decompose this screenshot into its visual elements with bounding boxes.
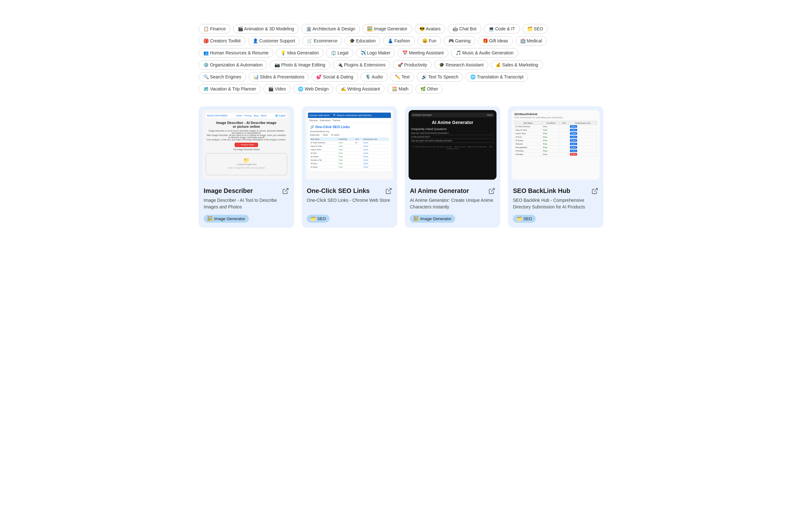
- tag-fashion[interactable]: 👗 Fashion: [383, 36, 415, 45]
- card-title: One-Click SEO Links: [307, 187, 370, 194]
- card-title: SEO BackLink Hub: [513, 187, 570, 194]
- tag-plugins-&-extensions[interactable]: 🔌 Plugins & Extensions: [333, 60, 390, 70]
- tag-idea-generation[interactable]: 💡 Idea Generation: [276, 48, 324, 58]
- card-title-row: AI Anime Generator: [410, 187, 495, 194]
- card-description: SEO Backlink Hub - Comprehensive Directo…: [513, 197, 598, 210]
- card-body: SEO BackLink Hub SEO Backlink Hub - Comp…: [508, 184, 604, 228]
- tag-education[interactable]: 🎓 Education: [345, 36, 380, 45]
- tag-human-resources-&-resume[interactable]: 👥 Human Resources & Resume: [198, 48, 273, 58]
- tags-section: 📋 Finance🎬 Animation & 3D Modeling🏛️ Arc…: [198, 24, 604, 94]
- tag-architecture-&-design[interactable]: 🏛️ Architecture & Design: [301, 24, 360, 34]
- tag-web-design[interactable]: 🌐 Web Design: [293, 84, 333, 94]
- page-container: 📋 Finance🎬 Animation & 3D Modeling🏛️ Arc…: [192, 0, 610, 240]
- svg-line-3: [594, 188, 597, 191]
- card-tag-label: Image Generator: [420, 216, 451, 221]
- tag-sales-&-marketing[interactable]: 💰 Sales & Marketing: [491, 60, 543, 70]
- tag-meeting-assistant[interactable]: 📅 Meeting Assistant: [398, 48, 448, 58]
- tag-math[interactable]: 🧮 Math: [387, 84, 413, 94]
- card-body: AI Anime Generator AI Anime Generator: C…: [405, 184, 500, 228]
- tag-search-engines[interactable]: 🔍 Search Engines: [198, 72, 246, 82]
- tag-ecommerce[interactable]: 🛒 Ecommerce: [302, 36, 342, 45]
- tag-finance[interactable]: 📋 Finance: [198, 24, 231, 34]
- tags-row-4: 🔍 Search Engines📊 Slides & Presentations…: [198, 72, 604, 82]
- tag-text[interactable]: ✏️ Text: [390, 72, 414, 82]
- tags-row-0: 📋 Finance🎬 Animation & 3D Modeling🏛️ Arc…: [198, 24, 604, 34]
- tag-image-generator[interactable]: 🖼️ Image Generator: [362, 24, 412, 34]
- card-tag-emoji: 🗂️: [310, 216, 316, 221]
- card-tag-emoji: 🖼️: [414, 216, 419, 221]
- tag-legal[interactable]: ⚖️ Legal: [326, 48, 353, 58]
- card-screenshot-wrapper: SEOBacklinkHubA list of directories for …: [512, 110, 599, 180]
- tag-other[interactable]: 🌿 Other: [416, 84, 443, 94]
- tag-code-&-it[interactable]: 💻 Code & IT: [484, 24, 520, 34]
- tag-video[interactable]: 🎬 Video: [264, 84, 291, 94]
- card-tag-label: SEO: [317, 216, 326, 221]
- svg-line-0: [285, 188, 288, 191]
- card-title-row: One-Click SEO Links: [307, 187, 392, 194]
- card-tag-label: Image Generator: [214, 216, 245, 221]
- tag-chat-bot[interactable]: 🤖 Chat Bot: [448, 24, 481, 34]
- tag-audio[interactable]: 🎙️ Audio: [361, 72, 388, 82]
- external-link-icon[interactable]: [282, 188, 289, 194]
- card-category-tag[interactable]: 🗂️ SEO: [307, 215, 329, 223]
- tag-customer-support[interactable]: 👤 Customer Support: [248, 36, 300, 45]
- tag-seo[interactable]: 🗂️ SEO: [522, 24, 548, 34]
- card-category-tag[interactable]: 🗂️ SEO: [513, 215, 536, 223]
- tag-writing-assistant[interactable]: ✍️ Writing Assistant: [336, 84, 385, 94]
- tag-avatars[interactable]: 😎 Avatars: [415, 24, 445, 34]
- card-card-2: chrome web store 🔍 Search extensions and…: [302, 106, 397, 228]
- tag-slides-&-presentations[interactable]: 📊 Slides & Presentations: [249, 72, 309, 82]
- tag-organization-&-automation[interactable]: ⚙️ Organization & Automation: [198, 60, 267, 70]
- tags-row-5: 🗺️ Vacation & Trip Planner🎬 Video🌐 Web D…: [198, 84, 604, 94]
- tag-fun[interactable]: 😄 Fun: [417, 36, 441, 45]
- tag-animation-&-3d-modeling[interactable]: 🎬 Animation & 3D Modeling: [233, 24, 299, 34]
- tag-translation-&-transcript[interactable]: 🌐 Translation & Transcript: [465, 72, 528, 82]
- card-description: Image Describer - AI Tool to Describe Im…: [204, 197, 289, 210]
- tag-logo-maker[interactable]: ✈️ Logo Maker: [356, 48, 395, 58]
- card-title-row: Image Describer: [204, 187, 289, 194]
- tag-research-assistant[interactable]: 🎓 Research Assistant: [434, 60, 488, 70]
- card-body: One-Click SEO Links One-Click SEO Links …: [302, 184, 397, 228]
- tag-photo-&-image-editing[interactable]: 📷 Photo & Image Editing: [270, 60, 330, 70]
- cards-grid: IMAGE DESCRIBER Home Pricing Blog About …: [198, 106, 604, 228]
- card-title-row: SEO BackLink Hub: [513, 187, 598, 194]
- tag-creators-toolkit[interactable]: 🎒 Creators Toolkit: [198, 36, 245, 45]
- external-link-icon[interactable]: [591, 188, 598, 194]
- card-title: AI Anime Generator: [410, 187, 469, 194]
- tags-row-3: ⚙️ Organization & Automation📷 Photo & Im…: [198, 60, 604, 70]
- tag-productivity[interactable]: 🚀 Productivity: [393, 60, 432, 70]
- card-category-tag[interactable]: 🖼️ Image Generator: [410, 215, 455, 223]
- tag-gift-ideas[interactable]: 🎁 Gift Ideas: [478, 36, 513, 45]
- card-tag-emoji: 🗂️: [517, 216, 522, 221]
- card-screenshot-wrapper: AI Anime Generator Home AI Anime Generat…: [408, 110, 497, 180]
- svg-line-1: [388, 188, 391, 191]
- tag-text-to-speech[interactable]: 🔊 Text To Speech: [417, 72, 463, 82]
- tag-music-&-audio-generation[interactable]: 🎵 Music & Audio Generation: [451, 48, 518, 58]
- card-category-tag[interactable]: 🖼️ Image Generator: [204, 215, 249, 223]
- card-card-3: AI Anime Generator Home AI Anime Generat…: [405, 106, 500, 228]
- tag-gaming[interactable]: 🎮 Gaming: [444, 36, 475, 45]
- card-card-4: SEOBacklinkHubA list of directories for …: [508, 106, 604, 228]
- card-screenshot-wrapper: IMAGE DESCRIBER Home Pricing Blog About …: [203, 110, 290, 180]
- card-tag-emoji: 🖼️: [208, 216, 212, 221]
- tags-row-2: 👥 Human Resources & Resume💡 Idea Generat…: [198, 48, 604, 58]
- card-title: Image Describer: [204, 187, 253, 194]
- card-screenshot-wrapper: chrome web store 🔍 Search extensions and…: [305, 110, 394, 180]
- svg-line-2: [491, 188, 494, 191]
- external-link-icon[interactable]: [385, 188, 392, 194]
- card-card-1: IMAGE DESCRIBER Home Pricing Blog About …: [198, 106, 294, 228]
- tag-social-&-dating[interactable]: 💕 Social & Dating: [311, 72, 358, 82]
- external-link-icon[interactable]: [488, 188, 495, 194]
- card-description: AI Anime Generator: Create Unique Anime …: [410, 197, 495, 210]
- card-body: Image Describer Image Describer - AI Too…: [198, 184, 294, 228]
- card-description: One-Click SEO Links - Chrome Web Store: [307, 197, 392, 210]
- tag-medical[interactable]: 🏥 Medical: [515, 36, 547, 45]
- tags-row-1: 🎒 Creators Toolkit👤 Customer Support🛒 Ec…: [198, 36, 604, 45]
- tag-vacation-&-trip-planner[interactable]: 🗺️ Vacation & Trip Planner: [198, 84, 261, 94]
- card-tag-label: SEO: [523, 216, 532, 221]
